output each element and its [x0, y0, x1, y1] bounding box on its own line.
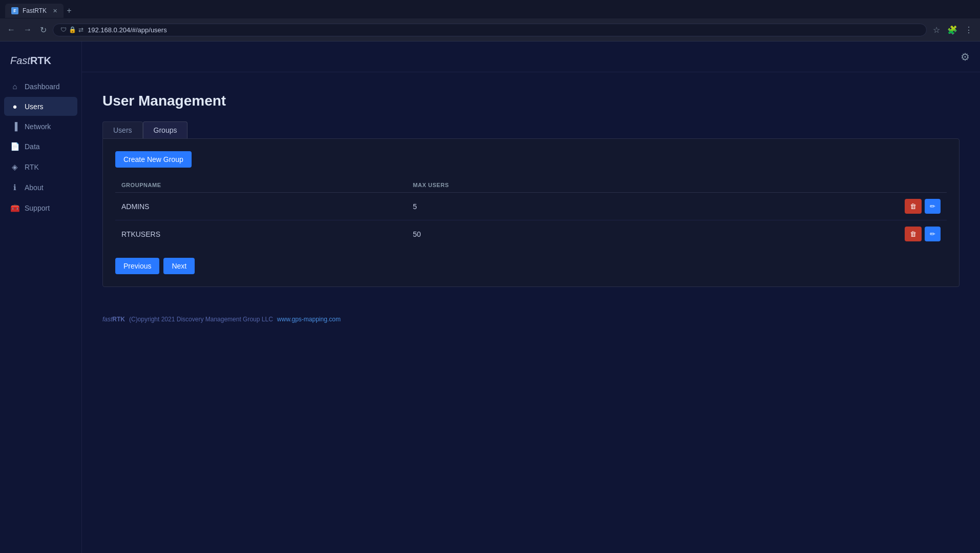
app-container: FastRTK ⌂ Dashboard ● Users ▐ Network 📄 … [0, 42, 980, 553]
delete-button-0[interactable]: 🗑 [905, 199, 922, 214]
edit-button-0[interactable]: ✏ [925, 199, 941, 214]
settings-button[interactable]: ⚙ [961, 51, 970, 63]
next-button[interactable]: Next [163, 258, 195, 274]
cell-maxusers-1: 50 [407, 220, 677, 248]
app-header: ⚙ [82, 42, 980, 72]
reload-button[interactable]: ↻ [38, 23, 49, 37]
url-text: 192.168.0.204/#/app/users [88, 26, 167, 34]
users-icon: ● [10, 102, 19, 111]
network-icon: ▐ [10, 122, 19, 131]
sidebar-label-network: Network [25, 122, 51, 131]
sidebar: FastRTK ⌂ Dashboard ● Users ▐ Network 📄 … [0, 42, 82, 553]
sidebar-item-users[interactable]: ● Users [4, 97, 77, 116]
cell-actions-0: 🗑 ✏ [677, 193, 947, 220]
footer-logo-bold: RTK [112, 316, 125, 323]
col-header-groupname: GROUPNAME [115, 178, 407, 193]
shield-icon: 🛡 [60, 26, 67, 33]
page-title: User Management [102, 93, 960, 109]
app-logo: FastRTK [0, 50, 81, 77]
edit-button-1[interactable]: ✏ [925, 227, 941, 241]
footer-link[interactable]: www.gps-mapping.com [277, 316, 341, 323]
toolbar-right: ☆ 🧩 ⋮ [931, 23, 975, 37]
address-bar-security: 🛡 🔒 ⇄ [60, 26, 84, 33]
col-header-maxusers: MAX USERS [407, 178, 677, 193]
sidebar-label-rtk: RTK [25, 163, 39, 171]
delete-button-1[interactable]: 🗑 [905, 227, 922, 241]
table-row: ADMINS 5 🗑 ✏ [115, 193, 947, 220]
table-row: RTKUSERS 50 🗑 ✏ [115, 220, 947, 248]
cell-groupname-1: RTKUSERS [115, 220, 407, 248]
sidebar-item-support[interactable]: 🧰 Support [4, 198, 77, 218]
menu-button[interactable]: ⋮ [963, 23, 975, 37]
browser-tab[interactable]: F FastRTK ✕ [5, 4, 64, 18]
sidebar-label-support: Support [25, 204, 50, 212]
sidebar-item-dashboard[interactable]: ⌂ Dashboard [4, 77, 77, 96]
footer-logo: fastRTK [102, 316, 125, 323]
back-button[interactable]: ← [5, 23, 17, 36]
lock-icon: 🔒 [69, 26, 76, 33]
tab-favicon: F [11, 7, 18, 14]
share-icon: ⇄ [78, 26, 84, 33]
tabs: Users Groups [102, 121, 960, 138]
footer: fastRTK (C)opyright 2021 Discovery Manag… [82, 308, 980, 331]
sidebar-label-users: Users [25, 103, 44, 111]
groups-table: GROUPNAME MAX USERS ADMINS 5 🗑 ✏ [115, 178, 947, 248]
footer-logo-italic: fast [102, 316, 112, 323]
tab-title: FastRTK [23, 7, 47, 14]
address-bar[interactable]: 🛡 🔒 ⇄ 192.168.0.204/#/app/users [53, 24, 927, 36]
tab-groups[interactable]: Groups [143, 121, 188, 138]
sidebar-label-data: Data [25, 142, 40, 151]
sidebar-item-network[interactable]: ▐ Network [4, 117, 77, 136]
extensions-button[interactable]: 🧩 [945, 23, 960, 37]
sidebar-label-dashboard: Dashboard [25, 83, 60, 91]
logo-bold: RTK [30, 55, 51, 66]
main-panel: ⚙ User Management Users Groups Create Ne… [82, 42, 980, 553]
pagination: Previous Next [115, 258, 947, 274]
rtk-icon: ◈ [10, 162, 19, 172]
table-header-row: GROUPNAME MAX USERS [115, 178, 947, 193]
forward-button[interactable]: → [22, 23, 34, 36]
content-area: User Management Users Groups Create New … [82, 72, 980, 308]
create-new-group-button[interactable]: Create New Group [115, 151, 192, 168]
tab-close-button[interactable]: ✕ [53, 8, 57, 14]
sidebar-nav: ⌂ Dashboard ● Users ▐ Network 📄 Data ◈ R… [0, 77, 81, 218]
cell-groupname-0: ADMINS [115, 193, 407, 220]
support-icon: 🧰 [10, 203, 19, 213]
browser-toolbar: ← → ↻ 🛡 🔒 ⇄ 192.168.0.204/#/app/users ☆ … [0, 18, 980, 41]
previous-button[interactable]: Previous [115, 258, 159, 274]
sidebar-item-about[interactable]: ℹ About [4, 178, 77, 197]
about-icon: ℹ [10, 183, 19, 192]
tab-bar: F FastRTK ✕ + [0, 0, 980, 18]
groups-card: Create New Group GROUPNAME MAX USERS [102, 138, 960, 287]
sidebar-item-rtk[interactable]: ◈ RTK [4, 157, 77, 177]
tab-users[interactable]: Users [102, 121, 143, 138]
main-content: User Management Users Groups Create New … [82, 72, 980, 553]
footer-copyright: (C)opyright 2021 Discovery Management Gr… [129, 316, 273, 323]
bookmark-button[interactable]: ☆ [931, 23, 942, 37]
dashboard-icon: ⌂ [10, 82, 19, 91]
logo-italic: Fast [10, 55, 30, 66]
browser-chrome: F FastRTK ✕ + ← → ↻ 🛡 🔒 ⇄ 192.168.0.204/… [0, 0, 980, 42]
sidebar-label-about: About [25, 183, 44, 192]
data-icon: 📄 [10, 142, 19, 151]
col-header-actions [677, 178, 947, 193]
cell-maxusers-0: 5 [407, 193, 677, 220]
sidebar-item-data[interactable]: 📄 Data [4, 137, 77, 156]
new-tab-button[interactable]: + [67, 6, 71, 15]
cell-actions-1: 🗑 ✏ [677, 220, 947, 248]
